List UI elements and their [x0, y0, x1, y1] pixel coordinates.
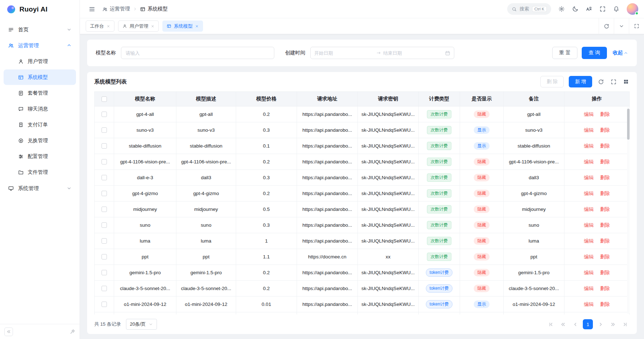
breadcrumb-item-operations[interactable]: 运营管理 — [102, 6, 130, 12]
edit-link[interactable]: 编辑 — [584, 302, 594, 307]
notifications-button[interactable] — [610, 3, 622, 15]
edit-link[interactable]: 编辑 — [584, 222, 594, 228]
tab-user-management[interactable]: 用户管理 — [118, 21, 159, 32]
page-fast-next-button[interactable] — [608, 320, 617, 329]
add-button[interactable]: 新 增 — [569, 76, 592, 87]
delete-link[interactable]: 删除 — [600, 207, 610, 212]
row-checkbox[interactable] — [102, 302, 107, 307]
tab-close-icon[interactable] — [107, 24, 110, 28]
tab-workbench[interactable]: 工作台 — [86, 21, 114, 32]
edit-link[interactable]: 编辑 — [584, 175, 594, 180]
delete-link[interactable]: 删除 — [600, 159, 610, 164]
sidebar-item-chat-messages[interactable]: 聊天消息 — [4, 101, 76, 117]
edit-link[interactable]: 编辑 — [584, 112, 594, 117]
delete-link[interactable]: 删除 — [600, 175, 610, 180]
row-checkbox[interactable] — [102, 207, 107, 212]
delete-link[interactable]: 删除 — [600, 143, 610, 149]
collapse-filter-button[interactable]: 收起 — [613, 50, 628, 56]
page-fast-prev-button[interactable] — [558, 320, 568, 329]
edit-link[interactable]: 编辑 — [584, 191, 594, 196]
row-checkbox[interactable] — [102, 222, 107, 228]
logo[interactable]: Ruoyi AI — [0, 0, 80, 19]
tab-menu-button[interactable] — [614, 18, 629, 34]
edit-link[interactable]: 编辑 — [584, 159, 594, 164]
tab-system-models[interactable]: 系统模型 — [162, 21, 203, 32]
pin-icon[interactable] — [70, 329, 75, 334]
row-checkbox[interactable] — [102, 270, 107, 275]
row-checkbox[interactable] — [102, 112, 107, 117]
logo-icon — [6, 5, 16, 14]
delete-link[interactable]: 删除 — [600, 112, 610, 117]
page-prev-button[interactable] — [571, 320, 580, 329]
page-next-button[interactable] — [596, 320, 605, 329]
theme-toggle-button[interactable] — [569, 3, 581, 15]
reset-button[interactable]: 重 置 — [552, 47, 577, 59]
tab-refresh-button[interactable] — [599, 18, 614, 34]
page-current[interactable]: 1 — [583, 319, 593, 329]
delete-link[interactable]: 删除 — [600, 286, 610, 291]
edit-link[interactable]: 编辑 — [584, 143, 594, 149]
tab-close-icon[interactable] — [195, 24, 199, 28]
delete-button[interactable]: 删 除 — [540, 76, 564, 87]
row-checkbox[interactable] — [102, 143, 107, 149]
date-range-picker[interactable] — [310, 47, 454, 59]
page-first-button[interactable] — [546, 320, 555, 329]
cell-request-url: https://api.pandarobo... — [297, 233, 358, 249]
row-checkbox[interactable] — [102, 191, 107, 196]
sidebar-item-system-management[interactable]: 系统管理 — [4, 180, 76, 196]
row-checkbox[interactable] — [102, 286, 107, 291]
page-last-button[interactable] — [620, 320, 630, 329]
sidebar-item-system-models[interactable]: 系统模型 — [4, 69, 76, 85]
sidebar-item-redeem-management[interactable]: 兑换管理 — [4, 133, 76, 148]
edit-link[interactable]: 编辑 — [584, 286, 594, 291]
delete-link[interactable]: 删除 — [600, 254, 610, 259]
table-scrollbar[interactable] — [627, 107, 630, 314]
search-button[interactable]: 搜索 Ctrl K — [507, 3, 551, 15]
sidebar-item-config-management[interactable]: 配置管理 — [4, 149, 76, 164]
translate-icon — [586, 6, 592, 12]
tab-close-icon[interactable] — [151, 24, 154, 28]
start-date-input[interactable] — [314, 50, 374, 56]
row-checkbox[interactable] — [102, 159, 107, 164]
select-all-checkbox[interactable] — [102, 96, 107, 102]
page-size-select[interactable]: 20条/页 — [126, 319, 157, 330]
scrollbar-thumb[interactable] — [627, 109, 630, 140]
row-checkbox[interactable] — [102, 175, 107, 180]
config-icon — [18, 154, 24, 159]
edit-link[interactable]: 编辑 — [584, 270, 594, 275]
sidebar-item-operations[interactable]: 运营管理 — [4, 37, 76, 53]
sidebar-item-home[interactable]: 首页 — [4, 22, 76, 37]
edit-link[interactable]: 编辑 — [584, 127, 594, 133]
sidebar-item-file-management[interactable]: 文件管理 — [4, 164, 76, 180]
sidebar-item-user-management[interactable]: 用户管理 — [4, 54, 76, 69]
sidebar-item-payment-orders[interactable]: 支付订单 — [4, 117, 76, 132]
settings-button[interactable] — [555, 3, 568, 15]
row-checkbox[interactable] — [102, 254, 107, 259]
fullscreen-button[interactable] — [596, 3, 609, 15]
end-date-input[interactable] — [383, 50, 443, 56]
table-refresh-button[interactable] — [597, 78, 605, 86]
menu-toggle-button[interactable] — [86, 3, 98, 15]
sidebar-collapse-button[interactable] — [4, 327, 13, 336]
edit-link[interactable]: 编辑 — [584, 207, 594, 212]
delete-link[interactable]: 删除 — [600, 238, 610, 244]
row-checkbox[interactable] — [102, 127, 107, 133]
sidebar-item-package-management[interactable]: 套餐管理 — [4, 85, 76, 101]
search-shortcut: Ctrl K — [532, 6, 547, 12]
edit-link[interactable]: 编辑 — [584, 238, 594, 244]
query-button[interactable]: 查 询 — [582, 47, 607, 59]
edit-link[interactable]: 编辑 — [584, 254, 594, 259]
delete-link[interactable]: 删除 — [600, 191, 610, 196]
breadcrumb-item-system-models[interactable]: 系统模型 — [140, 6, 168, 12]
delete-link[interactable]: 删除 — [600, 127, 610, 133]
language-button[interactable] — [583, 3, 595, 15]
row-checkbox[interactable] — [102, 238, 107, 244]
delete-link[interactable]: 删除 — [600, 222, 610, 228]
avatar[interactable] — [627, 3, 638, 15]
model-name-input[interactable] — [121, 47, 274, 59]
column-settings-button[interactable] — [622, 78, 630, 85]
table-fullscreen-button[interactable] — [610, 78, 617, 86]
delete-link[interactable]: 删除 — [600, 270, 610, 275]
content-fullscreen-button[interactable] — [629, 18, 644, 34]
delete-link[interactable]: 删除 — [600, 302, 610, 307]
